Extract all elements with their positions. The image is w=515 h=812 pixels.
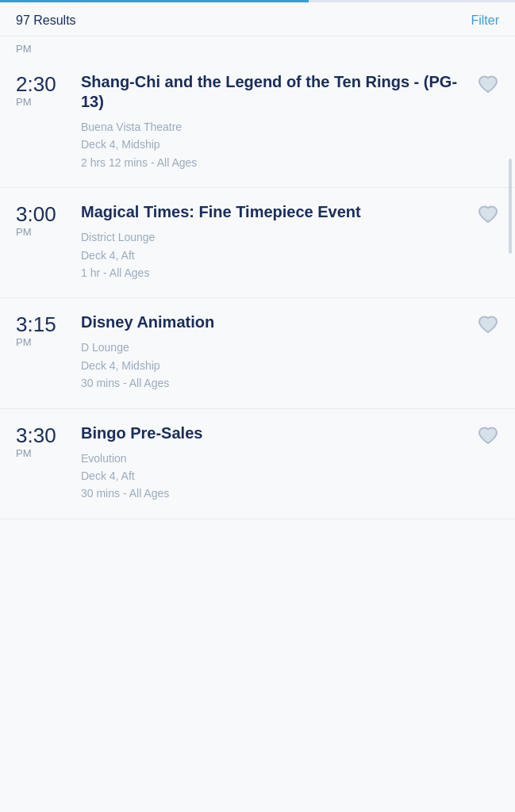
time-section-label: PM xyxy=(0,36,515,58)
heart-icon xyxy=(477,204,499,224)
heart-icon xyxy=(477,425,499,446)
event-meta: Buena Vista TheatreDeck 4, Midship2 hrs … xyxy=(81,118,467,171)
event-time: 3:30 PM xyxy=(16,423,73,459)
time-ampm: PM xyxy=(16,226,32,238)
heart-icon xyxy=(477,74,499,94)
event-details: Magical Times: Fine Timepiece Event Dist… xyxy=(73,202,467,282)
event-time: 3:15 PM xyxy=(16,312,73,348)
event-meta: EvolutionDeck 4, Aft30 mins - All Ages xyxy=(81,450,467,503)
heart-icon xyxy=(477,314,499,335)
filter-button[interactable]: Filter xyxy=(471,13,499,28)
header: 97 Results Filter xyxy=(0,2,515,36)
event-meta: District LoungeDeck 4, Aft1 hr - All Age… xyxy=(81,228,467,282)
event-details: Bingo Pre-Sales EvolutionDeck 4, Aft30 m… xyxy=(73,423,467,503)
event-title: Bingo Pre-Sales xyxy=(81,423,467,443)
event-title: Shang-Chi and the Legend of the Ten Ring… xyxy=(81,72,467,112)
results-count: 97 Results xyxy=(16,13,76,28)
time-hour: 2:30 xyxy=(16,74,56,94)
progress-bar xyxy=(0,0,515,2)
event-title: Disney Animation xyxy=(81,312,467,332)
time-ampm: PM xyxy=(16,96,32,108)
event-meta: D LoungeDeck 4, Midship30 mins - All Age… xyxy=(81,339,467,392)
list-item: 2:30 PM Shang-Chi and the Legend of the … xyxy=(0,58,515,188)
time-ampm: PM xyxy=(16,447,32,459)
event-details: Shang-Chi and the Legend of the Ten Ring… xyxy=(73,72,467,171)
favorite-button[interactable] xyxy=(477,204,499,227)
list-item: 3:15 PM Disney Animation D LoungeDeck 4,… xyxy=(0,298,515,408)
time-ampm: PM xyxy=(16,336,32,348)
event-list: 2:30 PM Shang-Chi and the Legend of the … xyxy=(0,58,515,519)
scrollbar[interactable] xyxy=(509,159,512,254)
event-title: Magical Times: Fine Timepiece Event xyxy=(81,202,467,222)
time-hour: 3:00 xyxy=(16,204,56,224)
event-details: Disney Animation D LoungeDeck 4, Midship… xyxy=(73,312,467,392)
favorite-button[interactable] xyxy=(477,74,499,97)
favorite-button[interactable] xyxy=(477,425,499,448)
list-item: 3:30 PM Bingo Pre-Sales EvolutionDeck 4,… xyxy=(0,409,515,519)
time-hour: 3:15 xyxy=(16,314,56,335)
event-time: 2:30 PM xyxy=(16,72,73,108)
list-item: 3:00 PM Magical Times: Fine Timepiece Ev… xyxy=(0,188,515,298)
event-time: 3:00 PM xyxy=(16,202,73,238)
time-hour: 3:30 xyxy=(16,425,56,446)
favorite-button[interactable] xyxy=(477,314,499,337)
